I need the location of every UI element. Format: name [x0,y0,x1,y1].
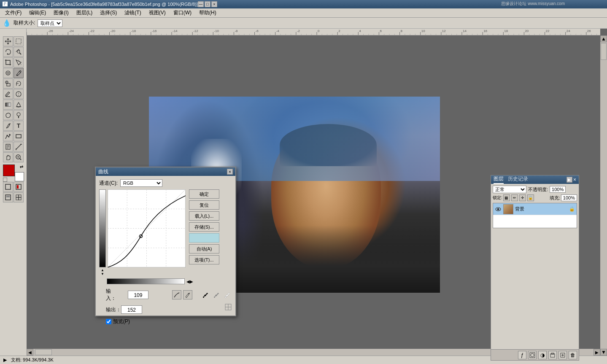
scrollbar-right[interactable]: ▲ ▼ [600,35,607,356]
default-colors-icon[interactable] [3,177,7,181]
crop-tool[interactable] [3,57,13,67]
menu-view[interactable]: 视图(V) [146,8,169,17]
path-selection-tool[interactable] [3,131,13,141]
curves-channel-select[interactable]: RGB 红 绿 蓝 [120,179,162,187]
marquee-tool[interactable] [13,36,24,46]
image-ready-btn[interactable] [13,192,24,202]
menu-select[interactable]: 选择(S) [97,8,120,17]
fg-color-swatch[interactable] [3,164,15,176]
magic-wand-tool[interactable] [13,47,24,57]
watermark: 思缘设计论坛 www.missyuan.com [501,1,565,7]
curves-body: 通道(C): RGB 红 绿 蓝 ▲▼ [96,176,235,329]
maximize-button[interactable]: □ [205,1,210,7]
gray-point-eyedropper[interactable] [212,290,221,299]
gradient-tool[interactable] [3,100,13,110]
add-mask-btn[interactable] [528,351,537,359]
scroll-thumb-h[interactable] [35,349,52,355]
curves-ok-button[interactable]: 确定 [189,189,219,199]
preview-checkbox[interactable] [106,319,111,324]
menu-image[interactable]: 图像(I) [50,8,72,17]
paint-bucket-tool[interactable] [13,100,24,110]
curves-save-button[interactable]: 存储(S)... [189,222,219,232]
scroll-thumb-v[interactable] [601,43,607,60]
close-button[interactable]: × [211,1,217,7]
clone-stamp-tool[interactable] [3,78,13,89]
new-group-btn[interactable] [548,351,557,359]
curves-options-button[interactable]: 选项(T)... [189,255,219,264]
new-adjustment-btn[interactable]: ◑ [538,351,547,359]
menu-edit[interactable]: 编辑(E) [26,8,49,17]
white-point-eyedropper[interactable] [223,290,232,299]
menu-layer[interactable]: 图层(L) [73,8,96,17]
layer-item-background[interactable]: 背景 🔒 [493,203,577,215]
shape-tool[interactable] [13,131,24,141]
healing-brush-tool[interactable] [3,68,13,78]
slice-tool[interactable] [13,57,24,67]
fill-value[interactable]: 100% [561,194,577,201]
blend-mode-select[interactable]: 正常 溶解 变暗 正片叠底 [493,186,526,193]
curves-target-icon[interactable] [224,303,232,312]
text-tool[interactable]: T [13,121,24,131]
bg-color-swatch[interactable] [15,172,24,181]
eraser-tool[interactable] [3,89,13,99]
window-controls[interactable]: — □ × [198,1,217,7]
measure-tool[interactable] [13,142,24,152]
minimize-button[interactable]: — [198,1,204,7]
status-arrow-btn[interactable]: ▶ [3,357,7,363]
lock-transparent-btn[interactable]: ▦ [503,194,510,201]
delete-layer-btn[interactable]: 🗑 [569,351,577,359]
hand-tool[interactable] [3,152,13,162]
pen-tool[interactable] [3,121,13,131]
background-eraser-tool[interactable] [13,89,24,99]
sample-size-select[interactable]: 取样点 [38,19,62,27]
scroll-down-btn[interactable]: ▼ [600,349,607,356]
screen-mode-btn[interactable] [3,192,13,202]
dodge-tool[interactable] [13,110,24,120]
ps-icon: 🅿 [3,1,8,7]
curves-reset-button[interactable]: 复位 [189,200,219,210]
move-tool[interactable] [3,36,13,46]
notes-tool[interactable] [3,142,13,152]
svg-point-200 [214,297,215,298]
scroll-up-btn[interactable]: ▲ [600,35,607,42]
lock-image-btn[interactable]: ✏ [511,194,518,201]
layer-eye-icon[interactable] [495,206,502,213]
switch-colors-icon[interactable]: ⇄ [20,164,24,169]
layers-panel-close-btn[interactable]: × [573,177,576,183]
lock-all-btn[interactable]: 🔒 [527,194,534,201]
svg-rect-187 [19,195,21,197]
history-tab-label[interactable]: 历史记录 [508,175,528,184]
standard-mode-btn[interactable] [3,182,13,192]
curves-load-button[interactable]: 载入(L)... [189,211,219,221]
menu-help[interactable]: 帮助(H) [196,8,220,17]
curve-mode-btn[interactable] [172,290,181,299]
zoom-tool[interactable] [13,152,24,162]
menu-filter[interactable]: 滤镜(T) [121,8,144,17]
menu-window[interactable]: 窗口(W) [170,8,195,17]
history-brush-tool[interactable] [13,78,24,89]
scroll-left-btn[interactable]: ◀ [27,349,33,356]
blur-tool[interactable] [3,110,13,120]
curves-canvas[interactable] [108,189,186,267]
lock-position-btn[interactable]: ✛ [519,194,526,201]
output-value[interactable]: 152 [121,305,142,314]
curves-dialog-title[interactable]: 曲线 × [96,167,235,176]
pencil-mode-btn[interactable] [183,290,192,299]
menu-file[interactable]: 文件(F) [2,8,25,17]
curves-channel-label: 通道(C): [99,180,118,187]
scroll-right-btn[interactable]: ▶ [594,349,600,356]
curves-close-button[interactable]: × [227,169,233,175]
add-style-btn[interactable]: ƒ [518,351,526,359]
layers-tab-label[interactable]: 图层 [494,175,504,184]
layers-panel-options-btn[interactable]: ▶ [567,177,572,183]
new-layer-btn[interactable] [558,351,567,359]
black-point-eyedropper[interactable] [201,290,210,299]
input-value[interactable]: 109 [128,291,149,299]
opacity-value[interactable]: 100% [550,186,566,193]
brush-tool[interactable] [13,68,24,78]
options-bar: 💧 取样大小: 取样点 画笔 工具预设 图层复合 [0,18,607,29]
lasso-tool[interactable] [3,47,13,57]
layers-panel-title[interactable]: 图层 历史记录 ▶ × [491,175,579,184]
curves-auto-button[interactable]: 自动(A) [189,244,219,253]
quick-mask-btn[interactable] [13,182,24,192]
